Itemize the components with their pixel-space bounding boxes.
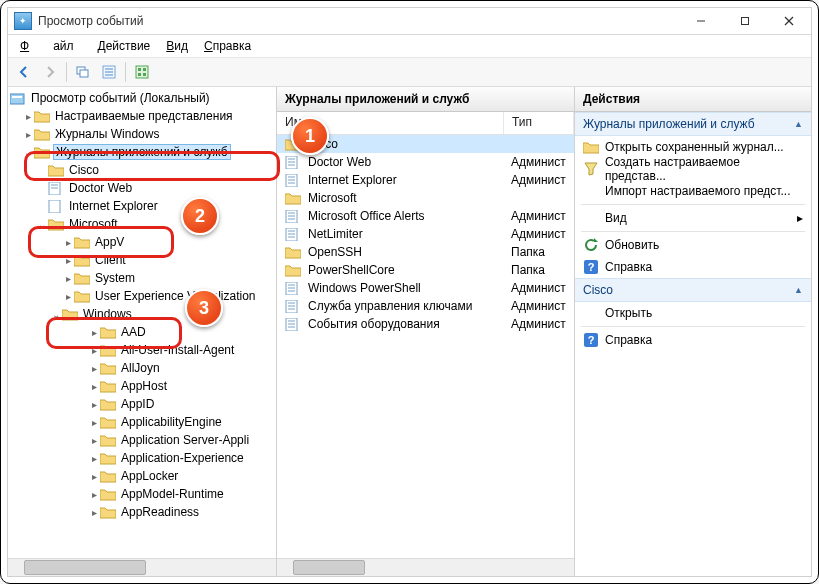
- table-row[interactable]: PowerShellCoreПапка: [277, 261, 574, 279]
- expand-icon[interactable]: ▸: [88, 381, 100, 392]
- tree-windows-logs[interactable]: ▸ Журналы Windows: [8, 125, 276, 143]
- actions-section-2[interactable]: Cisco▲: [575, 278, 811, 302]
- table-row[interactable]: События оборудованияАдминист: [277, 315, 574, 333]
- table-row[interactable]: Doctor WebАдминист: [277, 153, 574, 171]
- menu-help[interactable]: Справка: [196, 37, 259, 55]
- folder-icon: [285, 138, 301, 151]
- col-type[interactable]: Тип: [504, 112, 574, 134]
- tree-pane: Просмотр событий (Локальный) ▸ Настраива…: [8, 87, 277, 576]
- tree-applicability[interactable]: ▸ApplicabilityEngine: [8, 413, 276, 431]
- submenu-arrow-icon: ▸: [797, 211, 803, 225]
- expand-icon[interactable]: ▸: [88, 507, 100, 518]
- expand-icon[interactable]: ▸: [88, 363, 100, 374]
- chevron-up-icon: ▲: [794, 285, 803, 295]
- table-row[interactable]: Microsoft Office AlertsАдминист: [277, 207, 574, 225]
- col-name[interactable]: Имя: [277, 112, 504, 134]
- expand-icon[interactable]: ▸: [88, 327, 100, 338]
- action-refresh[interactable]: Обновить: [575, 234, 811, 256]
- collapse-icon[interactable]: ⌄: [50, 309, 62, 320]
- table-row[interactable]: Служба управления ключамиАдминист: [277, 297, 574, 315]
- tree-apphost[interactable]: ▸AppHost: [8, 377, 276, 395]
- tree-microsoft[interactable]: ⌄Microsoft: [8, 215, 276, 233]
- refresh-icon: [583, 237, 599, 253]
- minimize-button[interactable]: [679, 8, 723, 34]
- action-view[interactable]: Вид▸: [575, 207, 811, 229]
- tree-alljoyn[interactable]: ▸AllJoyn: [8, 359, 276, 377]
- tree-app-services[interactable]: ⌄ Журналы приложений и служб: [8, 143, 276, 161]
- eventviewer-icon: [10, 92, 26, 105]
- forward-button[interactable]: [38, 60, 62, 84]
- window-title: Просмотр событий: [38, 14, 679, 28]
- cell-type: Админист: [503, 226, 574, 242]
- action-open[interactable]: Открыть: [575, 302, 811, 324]
- tree-aad[interactable]: ▸AAD: [8, 323, 276, 341]
- cell-type: Админист: [503, 298, 574, 314]
- tree-custom-views[interactable]: ▸ Настраиваемые представления: [8, 107, 276, 125]
- menu-file[interactable]: Файл: [12, 37, 90, 55]
- tree-doctor-web[interactable]: Doctor Web: [8, 179, 276, 197]
- list-hscrollbar[interactable]: [277, 558, 574, 576]
- expand-icon[interactable]: ▸: [88, 489, 100, 500]
- tree-appv[interactable]: ▸AppV: [8, 233, 276, 251]
- maximize-button[interactable]: [723, 8, 767, 34]
- titlebar: ✦ Просмотр событий: [8, 8, 811, 35]
- tree-appmodel[interactable]: ▸AppModel-Runtime: [8, 485, 276, 503]
- tree-hscrollbar[interactable]: [8, 558, 276, 576]
- collapse-icon[interactable]: ⌄: [36, 219, 48, 230]
- menu-view[interactable]: Вид: [158, 37, 196, 55]
- log-icon: [285, 210, 301, 223]
- tree-windows[interactable]: ⌄Windows: [8, 305, 276, 323]
- action-help[interactable]: ?Справка: [575, 256, 811, 278]
- tool-props-button[interactable]: [97, 60, 121, 84]
- tree-appreadiness[interactable]: ▸AppReadiness: [8, 503, 276, 521]
- blank-icon: [583, 305, 599, 321]
- tree-app-server[interactable]: ▸Application Server-Appli: [8, 431, 276, 449]
- expand-icon[interactable]: ▸: [88, 471, 100, 482]
- back-button[interactable]: [12, 60, 36, 84]
- expand-icon[interactable]: ▸: [62, 291, 74, 302]
- tree-applocker[interactable]: ▸AppLocker: [8, 467, 276, 485]
- expand-icon[interactable]: ▸: [22, 129, 34, 140]
- expand-icon[interactable]: ▸: [88, 435, 100, 446]
- help-icon: ?: [583, 259, 599, 275]
- table-row[interactable]: Internet ExplorerАдминист: [277, 171, 574, 189]
- action-create-view[interactable]: Создать настраиваемое представ...: [575, 158, 811, 180]
- cell-name: Internet Explorer: [308, 173, 397, 187]
- collapse-icon[interactable]: ⌄: [22, 147, 34, 158]
- tree-internet-explorer[interactable]: Internet Explorer: [8, 197, 276, 215]
- expand-icon[interactable]: ▸: [88, 453, 100, 464]
- tree-client[interactable]: ▸Client: [8, 251, 276, 269]
- tree-system[interactable]: ▸System: [8, 269, 276, 287]
- tree-all-user[interactable]: ▸All-User-Install-Agent: [8, 341, 276, 359]
- expand-icon[interactable]: ▸: [62, 273, 74, 284]
- tree-appid[interactable]: ▸AppID: [8, 395, 276, 413]
- expand-icon[interactable]: ▸: [88, 399, 100, 410]
- table-row[interactable]: NetLimiterАдминист: [277, 225, 574, 243]
- actions-section-1[interactable]: Журналы приложений и служб▲: [575, 112, 811, 136]
- menu-action[interactable]: Действие: [90, 37, 159, 55]
- svg-text:?: ?: [588, 334, 595, 346]
- log-icon: [285, 228, 301, 241]
- tool-console-button[interactable]: [71, 60, 95, 84]
- expand-icon[interactable]: ▸: [88, 417, 100, 428]
- action-import-view[interactable]: Импорт настраиваемого предст...: [575, 180, 811, 202]
- expand-icon[interactable]: ▸: [62, 255, 74, 266]
- table-row[interactable]: Windows PowerShellАдминист: [277, 279, 574, 297]
- folder-icon: [285, 246, 301, 259]
- close-button[interactable]: [767, 8, 811, 34]
- tree-uev[interactable]: ▸User Experience Virtualization: [8, 287, 276, 305]
- svg-rect-12: [143, 68, 146, 71]
- action-help-2[interactable]: ?Справка: [575, 329, 811, 351]
- expand-icon[interactable]: ▸: [88, 345, 100, 356]
- tree-cisco[interactable]: Cisco: [8, 161, 276, 179]
- expand-icon[interactable]: ▸: [22, 111, 34, 122]
- table-row[interactable]: OpenSSHПапка: [277, 243, 574, 261]
- folder-icon: [285, 192, 301, 205]
- tree-root[interactable]: Просмотр событий (Локальный): [8, 89, 276, 107]
- table-row[interactable]: Cisco: [277, 135, 574, 153]
- tree-app-experience[interactable]: ▸Application-Experience: [8, 449, 276, 467]
- expand-icon[interactable]: ▸: [62, 237, 74, 248]
- tool-details-button[interactable]: [130, 60, 154, 84]
- folder-icon: [100, 380, 116, 393]
- table-row[interactable]: Microsoft: [277, 189, 574, 207]
